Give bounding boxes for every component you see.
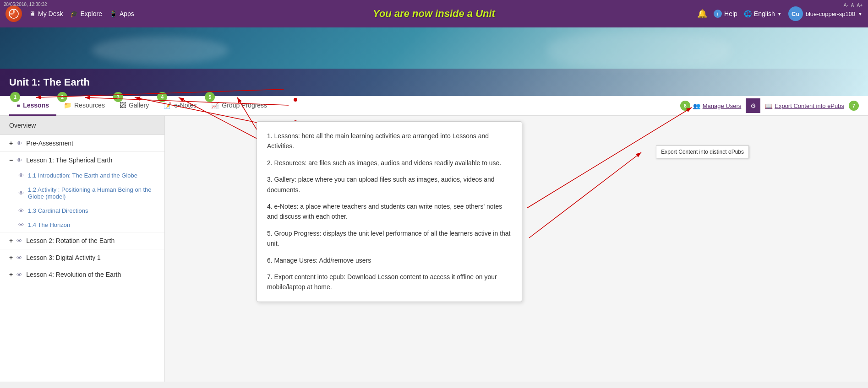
sub-item-1-4[interactable]: 👁 1.4 The Horizon xyxy=(0,218,164,232)
app-logo[interactable] xyxy=(5,5,22,22)
eye-icon-4: 👁 xyxy=(16,271,22,278)
right-actions: 6 👥 Manage Users ⚙ 📖 Export Content into… xyxy=(680,98,859,113)
user-avatar[interactable]: Cu xyxy=(788,6,803,21)
export-icon: 📖 xyxy=(765,102,772,109)
lesson-group-1: − 👁 Lesson 1: The Spherical Earth 👁 1.1 … xyxy=(0,152,164,232)
font-size-large[interactable]: A+ xyxy=(857,3,863,8)
sub-item-1-2[interactable]: 👁 1.2 Activity : Positioning a Human Bei… xyxy=(0,183,164,204)
manage-users-area: 6 👥 Manage Users xyxy=(680,101,742,111)
nav-apps[interactable]: 📱 Apps xyxy=(109,10,134,17)
users-icon: 👥 xyxy=(693,102,700,109)
username-label: blue-copper-sp100 xyxy=(806,11,855,17)
lesson-group-4: + 👁 Lesson 4: Revolution of the Earth xyxy=(0,266,164,283)
unit-title-area: Unit 1: The Earth xyxy=(0,69,868,96)
info-item-2: 2. Resources: are files such as images, … xyxy=(267,158,512,168)
info-item-4: 4. e-Notes: a place where teachers and s… xyxy=(267,201,512,222)
eye-icon-3: 👁 xyxy=(16,254,22,261)
font-size-controls[interactable]: A- A A+ xyxy=(844,3,863,8)
lesson-header-4[interactable]: + 👁 Lesson 4: Revolution of the Earth xyxy=(0,266,164,283)
info-item-7: 7. Export content into epub: Download Le… xyxy=(267,272,512,292)
resources-icon: 📁 xyxy=(64,102,71,109)
nav-my-desk[interactable]: 🖥 My Desk xyxy=(29,10,63,17)
font-size-medium[interactable]: A xyxy=(851,3,854,8)
export-button[interactable]: 📖 Export Content into ePubs xyxy=(765,102,844,109)
info-item-1: 1. Lessons: here all the main learning a… xyxy=(267,131,512,151)
eye-icon-1: 👁 xyxy=(16,157,22,164)
badge-5: 5 xyxy=(205,92,215,102)
hero-banner: Unit 1: The Earth xyxy=(0,27,868,96)
lang-chevron-icon: ▼ xyxy=(777,11,782,16)
tabs-bar: 1 ≡ Lessons 2 📁 Resources 3 🖼 Gallery 4 … xyxy=(0,96,868,116)
lesson-header-1[interactable]: − 👁 Lesson 1: The Spherical Earth xyxy=(0,152,164,168)
apps-icon: 📱 xyxy=(109,10,117,17)
toggle-icon-4: + xyxy=(9,271,13,278)
info-item-3: 3. Gallery: place where you can upload f… xyxy=(267,174,512,195)
unit-title: Unit 1: The Earth xyxy=(9,76,90,88)
sub-item-1-3[interactable]: 👁 1.3 Cardinal Directions xyxy=(0,204,164,218)
center-message: You are now inside a Unit xyxy=(373,8,495,20)
tab-gallery[interactable]: 3 🖼 Gallery xyxy=(112,96,156,116)
globe-icon: 🌐 xyxy=(744,10,752,17)
export-tooltip: Export Content into distinct ePubs xyxy=(656,146,749,158)
lesson-group-pre: + 👁 Pre-Assessment xyxy=(0,135,164,152)
eye-icon-sub-2: 👁 xyxy=(18,190,24,197)
eye-icon-sub-4: 👁 xyxy=(18,221,24,228)
info-icon: i xyxy=(714,10,722,18)
lesson-header-3[interactable]: + 👁 Lesson 3: Digital Activity 1 xyxy=(0,249,164,266)
manage-users-button[interactable]: 👥 Manage Users xyxy=(693,102,742,109)
toggle-icon: + xyxy=(9,140,13,147)
tab-resources[interactable]: 2 📁 Resources xyxy=(56,96,112,116)
gallery-icon: 🖼 xyxy=(120,102,126,109)
toggle-icon-1: − xyxy=(9,156,13,164)
top-navbar: 🖥 My Desk 🎓 Explore 📱 Apps You are now i… xyxy=(0,0,868,27)
lesson-header-2[interactable]: + 👁 Lesson 2: Rotation of the Earth xyxy=(0,232,164,249)
language-selector[interactable]: 🌐 English ▼ xyxy=(744,10,782,17)
info-item-5: 5. Group Progress: displays the unit lev… xyxy=(267,228,512,249)
tab-lessons[interactable]: 1 ≡ Lessons xyxy=(9,96,56,116)
sub-items-1: 👁 1.1 Introduction: The Earth and the Gl… xyxy=(0,168,164,232)
badge-4: 4 xyxy=(157,92,167,102)
eye-icon: 👁 xyxy=(16,140,22,147)
tab-group-progress[interactable]: 5 📈 Group Progress xyxy=(204,96,274,116)
sidebar: Overview + 👁 Pre-Assessment − 👁 Lesson 1… xyxy=(0,116,165,382)
badge-2: 2 xyxy=(57,92,67,102)
eye-icon-sub: 👁 xyxy=(18,172,24,179)
user-chevron-icon[interactable]: ▼ xyxy=(858,11,863,16)
badge-7: 7 xyxy=(849,101,859,111)
sub-item-1-1[interactable]: 👁 1.1 Introduction: The Earth and the Gl… xyxy=(0,168,164,183)
info-tooltip: 1. Lessons: here all the main learning a… xyxy=(257,121,522,302)
settings-button[interactable]: ⚙ xyxy=(746,98,760,113)
datetime: 28/05/2018, 12:30:32 xyxy=(4,2,47,7)
user-section: Cu blue-copper-sp100 ▼ xyxy=(788,6,863,21)
lesson-group-2: + 👁 Lesson 2: Rotation of the Earth xyxy=(0,232,164,249)
lesson-group-3: + 👁 Lesson 3: Digital Activity 1 xyxy=(0,249,164,266)
toggle-icon-2: + xyxy=(9,237,13,244)
nav-explore[interactable]: 🎓 Explore xyxy=(70,10,102,17)
info-item-6: 6. Manage Usres: Add/remove users xyxy=(267,255,512,265)
gear-icon: ⚙ xyxy=(750,102,756,109)
lessons-icon: ≡ xyxy=(16,102,20,109)
font-size-small[interactable]: A- xyxy=(844,3,848,8)
help-link[interactable]: i Help xyxy=(714,10,737,18)
badge-3: 3 xyxy=(113,92,123,102)
nav-right: 🔔 i Help 🌐 English ▼ Cu blue-copper-sp10… xyxy=(697,6,863,21)
bell-icon[interactable]: 🔔 xyxy=(697,9,707,19)
nav-left: 🖥 My Desk 🎓 Explore 📱 Apps xyxy=(5,5,134,22)
badge-6: 6 xyxy=(680,101,690,111)
tab-enotes[interactable]: 4 📝 e-Notes xyxy=(156,96,204,116)
badge-1: 1 xyxy=(10,92,20,102)
eye-icon-2: 👁 xyxy=(16,237,22,244)
progress-icon: 📈 xyxy=(211,102,219,109)
desk-icon: 🖥 xyxy=(29,10,36,17)
explore-icon: 🎓 xyxy=(70,10,78,17)
overview-row: Overview xyxy=(0,116,164,135)
toggle-icon-3: + xyxy=(9,254,13,261)
eye-icon-sub-3: 👁 xyxy=(18,207,24,214)
export-area: 📖 Export Content into ePubs xyxy=(765,102,844,109)
enotes-icon: 📝 xyxy=(164,102,171,109)
lesson-header-pre[interactable]: + 👁 Pre-Assessment xyxy=(0,135,164,151)
